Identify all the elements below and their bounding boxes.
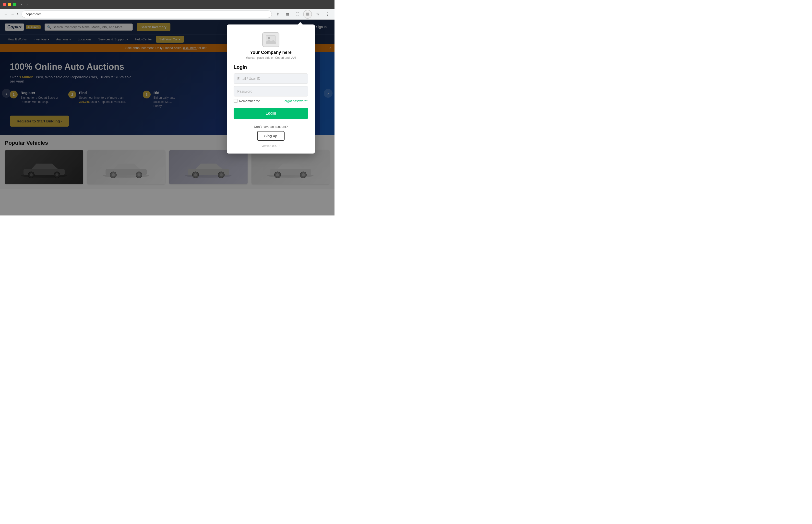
more-btn[interactable]: ⋮ <box>324 10 332 18</box>
svg-point-29 <box>268 37 270 39</box>
remember-me-label[interactable]: Remember Me <box>234 99 260 103</box>
version-text: Version 0.5.13 <box>234 144 308 148</box>
company-name: Your Company here <box>234 50 308 55</box>
company-icon <box>262 32 279 47</box>
profile-icon <box>305 12 310 16</box>
forward-btn[interactable]: › <box>25 2 29 7</box>
profile-btn[interactable] <box>303 10 312 19</box>
no-account-text: Don`t have an account? <box>234 125 308 129</box>
page-back-btn[interactable]: ← <box>3 11 8 17</box>
login-popup: Your Company here You can place bids on … <box>227 24 315 153</box>
login-submit-btn[interactable]: Login <box>234 108 308 119</box>
addr-nav: ← → ↻ <box>3 11 20 17</box>
back-btn[interactable]: ‹ <box>20 2 23 7</box>
address-input[interactable] <box>21 11 272 18</box>
signup-btn[interactable]: Sing Up <box>257 131 285 141</box>
login-heading: Login <box>234 64 308 70</box>
tabs-btn[interactable]: ▦ <box>284 10 292 18</box>
page-content: Copart 40 YEARS 🔍 Search Inventory Sign … <box>0 20 334 215</box>
address-bar-row: ← → ↻ ⇧ ▦ ☵ ☆ ⋮ <box>0 9 334 20</box>
login-options-row: Remember Me Forgot password? <box>234 99 308 103</box>
email-field[interactable] <box>234 73 308 84</box>
company-sub: You can place bids on Copart and IAAI <box>234 56 308 60</box>
password-field[interactable] <box>234 86 308 97</box>
page-forward-btn[interactable]: → <box>10 11 15 17</box>
minimize-window-btn[interactable] <box>8 3 11 6</box>
traffic-lights <box>3 3 16 6</box>
bookmark-btn[interactable]: ☆ <box>314 10 322 18</box>
svg-rect-1 <box>306 13 309 15</box>
browser-actions: ⇧ ▦ ☵ ☆ ⋮ <box>274 10 332 19</box>
popup-arrow <box>298 22 303 24</box>
extensions-btn[interactable]: ☵ <box>293 10 301 18</box>
browser-chrome: ‹ › <box>0 0 334 9</box>
close-window-btn[interactable] <box>3 3 6 6</box>
forgot-password-link[interactable]: Forgot password? <box>283 99 308 103</box>
browser-nav: ‹ › <box>20 2 29 7</box>
company-image-icon <box>265 35 276 44</box>
refresh-btn[interactable]: ↻ <box>17 11 20 17</box>
share-btn[interactable]: ⇧ <box>274 10 282 18</box>
maximize-window-btn[interactable] <box>13 3 16 6</box>
remember-me-text: Remember Me <box>239 99 260 103</box>
remember-me-checkbox[interactable] <box>234 99 237 103</box>
